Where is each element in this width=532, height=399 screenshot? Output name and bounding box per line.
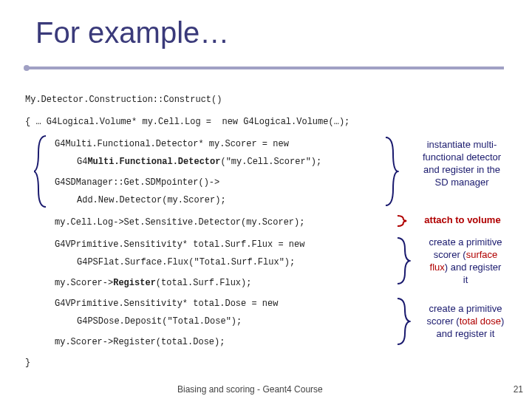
code-line: my.Cell.Log->Set.Sensitive.Detector(my.S… — [55, 217, 304, 228]
slide-title: For example… — [35, 16, 229, 50]
right-brace-icon — [384, 136, 399, 207]
code-line: My.Detector.Construction::Construct() — [25, 95, 222, 105]
code-line: Add.New.Detector(my.Scorer); — [77, 195, 226, 205]
code-line: G4Multi.Functional.Detector* my.Scorer =… — [55, 139, 289, 149]
code-line: } — [25, 358, 30, 368]
code-line: G4VPrimitive.Sensitivity* total.Dose = n… — [55, 299, 278, 309]
page-number: 21 — [514, 384, 523, 395]
annotation: attach to volume — [411, 214, 514, 227]
annotation: create a primitive scorer (surface flux)… — [414, 236, 517, 287]
right-brace-icon — [396, 297, 411, 346]
code-line: G4PSDose.Deposit("Total.Dose"); — [77, 316, 242, 327]
code-line: G4SDManager::Get.SDMpointer()-> — [55, 177, 219, 188]
code-line: G4PSFlat.Surface.Flux("Total.Surf.Flux")… — [77, 257, 295, 267]
annotation: create a primitive scorer (total dose) a… — [414, 303, 517, 341]
right-brace-icon — [396, 214, 408, 228]
annotation: instantiate multi- functional detector a… — [403, 139, 520, 189]
left-brace-icon — [34, 134, 50, 208]
code-line: G4Multi.Functional.Detector("my.Cell.Sco… — [77, 157, 321, 167]
code-line: my.Scorer->Register(total.Surf.Flux); — [55, 278, 251, 288]
footer-text: Biasing and scoring - Geant4 Course — [177, 384, 323, 395]
title-underline — [25, 66, 504, 71]
right-brace-icon — [396, 236, 411, 285]
code-line: my.Scorer->Register(total.Dose); — [55, 337, 225, 347]
code-line: G4VPrimitive.Sensitivity* total.Surf.Flu… — [55, 239, 304, 250]
code-line: { … G4Logical.Volume* my.Cell.Log = new … — [25, 117, 349, 127]
